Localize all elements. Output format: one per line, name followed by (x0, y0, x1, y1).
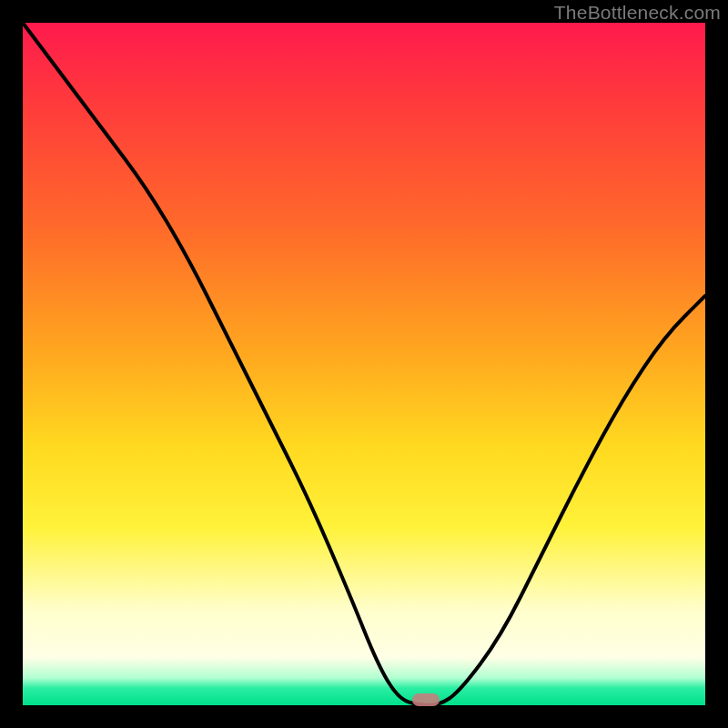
chart-stage: TheBottleneck.com (0, 0, 728, 728)
bottleneck-curve-path (23, 23, 705, 705)
plot-area (23, 23, 705, 705)
watermark-text: TheBottleneck.com (554, 2, 721, 24)
optimal-marker (412, 693, 440, 706)
curve-layer (23, 23, 705, 705)
